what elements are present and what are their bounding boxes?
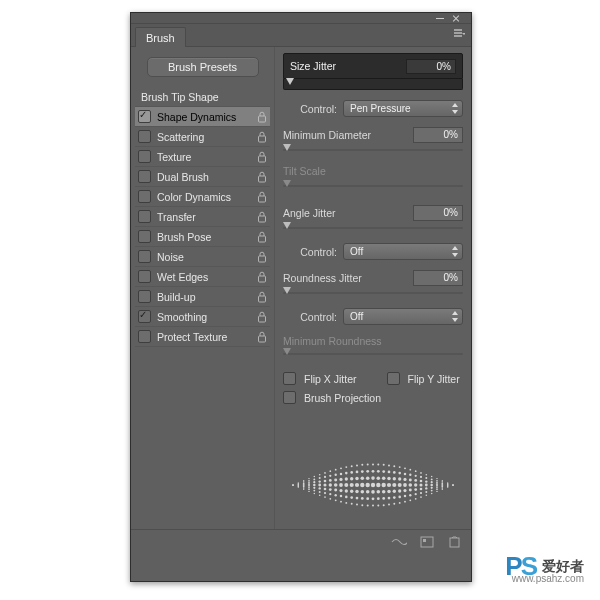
svg-point-37 xyxy=(426,474,428,476)
brush-projection-checkbox[interactable]: Brush Projection xyxy=(283,391,463,404)
angle-jitter-value[interactable]: 0% xyxy=(413,205,463,221)
option-build-up[interactable]: Build-up xyxy=(135,287,270,307)
size-jitter-slider[interactable] xyxy=(283,79,463,90)
toggle-preview-icon[interactable] xyxy=(391,534,407,550)
panel-menu-icon[interactable] xyxy=(453,29,465,39)
lock-icon[interactable] xyxy=(257,131,267,143)
option-label: Wet Edges xyxy=(157,271,208,283)
roundness-jitter-slider[interactable] xyxy=(283,288,463,298)
svg-point-130 xyxy=(425,484,428,487)
svg-point-119 xyxy=(366,483,370,487)
lock-icon[interactable] xyxy=(257,171,267,183)
option-scattering[interactable]: Scattering xyxy=(135,127,270,147)
option-dual-brush[interactable]: Dual Brush xyxy=(135,167,270,187)
svg-point-186 xyxy=(393,496,396,499)
option-wet-edges[interactable]: Wet Edges xyxy=(135,267,270,287)
svg-point-39 xyxy=(436,478,437,479)
svg-point-81 xyxy=(329,479,332,482)
collapse-icon[interactable] xyxy=(436,15,445,22)
svg-point-57 xyxy=(366,470,369,473)
svg-point-109 xyxy=(313,484,316,487)
svg-point-64 xyxy=(404,473,407,476)
option-smoothing[interactable]: Smoothing xyxy=(135,307,270,327)
option-label: Texture xyxy=(157,151,191,163)
min-diameter-value[interactable]: 0% xyxy=(413,127,463,143)
svg-rect-7 xyxy=(259,256,266,262)
option-transfer[interactable]: Transfer xyxy=(135,207,270,227)
svg-point-120 xyxy=(371,483,375,487)
size-jitter-label: Size Jitter xyxy=(290,60,406,72)
svg-point-68 xyxy=(425,477,427,479)
angle-control-dropdown[interactable]: Off xyxy=(343,243,463,260)
option-texture[interactable]: Texture xyxy=(135,147,270,167)
svg-point-61 xyxy=(388,471,391,474)
watermark-url: www.psahz.com xyxy=(512,573,584,584)
lock-icon[interactable] xyxy=(257,151,267,163)
lock-icon[interactable] xyxy=(257,211,267,223)
svg-point-95 xyxy=(403,478,406,481)
option-shape-dynamics[interactable]: Shape Dynamics xyxy=(135,107,270,127)
roundness-jitter-row: Roundness Jitter 0% xyxy=(283,270,463,286)
svg-point-226 xyxy=(442,489,443,490)
svg-rect-3 xyxy=(259,176,266,182)
svg-point-88 xyxy=(366,476,370,480)
svg-point-140 xyxy=(313,487,315,489)
svg-point-198 xyxy=(292,484,293,485)
svg-point-147 xyxy=(350,490,353,493)
svg-point-183 xyxy=(377,497,380,500)
tab-brush[interactable]: Brush xyxy=(135,27,186,47)
roundness-control-row: Control: Off xyxy=(283,308,463,325)
lock-icon[interactable] xyxy=(257,331,267,343)
checkbox-icon xyxy=(138,190,151,203)
option-color-dynamics[interactable]: Color Dynamics xyxy=(135,187,270,207)
roundness-control-dropdown[interactable]: Off xyxy=(343,308,463,325)
brush-panel: Brush Brush Presets Brush Tip ShapeShape… xyxy=(130,12,472,582)
svg-point-45 xyxy=(303,481,305,483)
option-protect-texture[interactable]: Protect Texture xyxy=(135,327,270,347)
angle-jitter-slider[interactable] xyxy=(283,223,463,233)
option-brush-tip-shape[interactable]: Brush Tip Shape xyxy=(135,87,270,107)
create-new-icon[interactable] xyxy=(447,534,463,550)
lock-icon[interactable] xyxy=(257,191,267,203)
svg-point-194 xyxy=(436,488,438,490)
min-roundness-row: Minimum Roundness xyxy=(283,335,463,347)
svg-point-139 xyxy=(308,486,310,488)
svg-point-224 xyxy=(431,493,433,495)
lock-icon[interactable] xyxy=(257,231,267,243)
size-control-dropdown[interactable]: Pen Pressure xyxy=(343,100,463,117)
svg-point-15 xyxy=(308,478,309,479)
min-diameter-slider[interactable] xyxy=(283,145,463,155)
svg-point-115 xyxy=(344,483,348,487)
option-noise[interactable]: Noise xyxy=(135,247,270,267)
flip-x-jitter-checkbox[interactable]: Flip X Jitter xyxy=(283,372,357,385)
size-control-row: Control: Pen Pressure xyxy=(283,100,463,117)
checkbox-icon xyxy=(138,330,151,343)
svg-point-113 xyxy=(334,483,338,487)
svg-point-195 xyxy=(442,487,444,489)
option-brush-pose[interactable]: Brush Pose xyxy=(135,227,270,247)
lock-icon[interactable] xyxy=(257,291,267,303)
size-jitter-value[interactable]: 0% xyxy=(406,59,456,74)
svg-point-26 xyxy=(367,464,369,466)
svg-point-80 xyxy=(324,480,327,483)
svg-point-16 xyxy=(314,476,316,478)
svg-point-84 xyxy=(345,477,348,480)
svg-point-62 xyxy=(393,471,396,474)
brush-presets-button[interactable]: Brush Presets xyxy=(147,57,259,77)
svg-point-190 xyxy=(415,493,417,495)
svg-point-22 xyxy=(345,466,347,468)
option-label: Color Dynamics xyxy=(157,191,231,203)
svg-point-184 xyxy=(382,497,385,500)
lock-icon[interactable] xyxy=(257,111,267,123)
flip-y-jitter-checkbox[interactable]: Flip Y Jitter xyxy=(387,372,460,385)
new-preset-icon[interactable] xyxy=(419,534,435,550)
close-icon[interactable] xyxy=(452,15,461,22)
lock-icon[interactable] xyxy=(257,271,267,283)
svg-point-33 xyxy=(404,467,406,469)
lock-icon[interactable] xyxy=(257,311,267,323)
svg-point-30 xyxy=(388,464,390,466)
roundness-jitter-value[interactable]: 0% xyxy=(413,270,463,286)
tilt-scale-row: Tilt Scale xyxy=(283,163,463,179)
lock-icon[interactable] xyxy=(257,251,267,263)
svg-point-202 xyxy=(314,493,316,495)
